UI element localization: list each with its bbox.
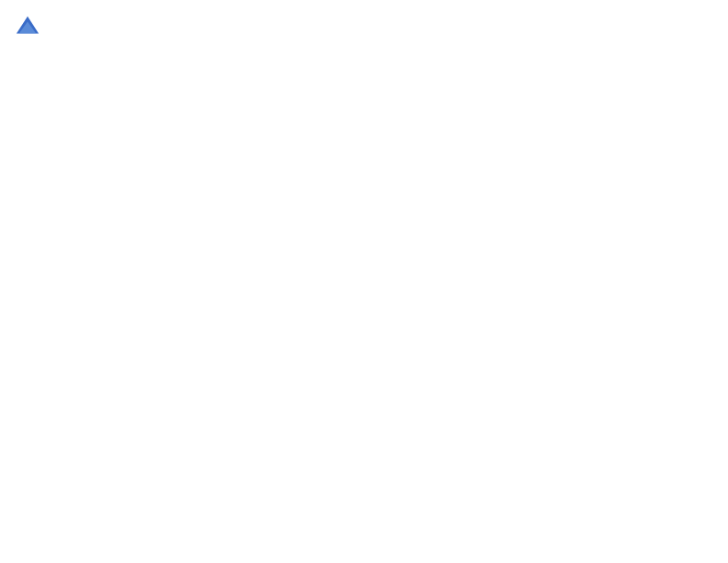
logo	[15, 15, 44, 40]
logo-icon	[15, 15, 40, 40]
page-header	[15, 15, 713, 40]
